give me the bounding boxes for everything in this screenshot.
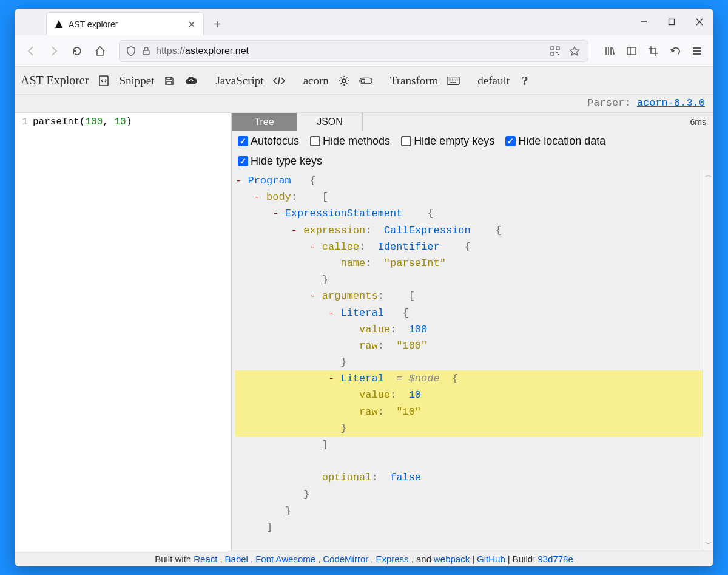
code-icon[interactable]: [272, 74, 286, 87]
parser-info: Parser: acorn-8.3.0: [15, 95, 713, 113]
link-codemirror[interactable]: CodeMirror: [323, 554, 368, 564]
maximize-button[interactable]: [658, 9, 686, 35]
link-webpack[interactable]: webpack: [434, 554, 470, 564]
new-tab-button[interactable]: +: [207, 15, 227, 34]
tab-favicon-icon: [54, 19, 64, 29]
toggle-icon[interactable]: [359, 74, 372, 87]
svg-point-9: [342, 79, 346, 83]
svg-rect-5: [556, 52, 558, 53]
help-icon[interactable]: ?: [518, 74, 531, 87]
menu-icon[interactable]: [687, 41, 707, 61]
main-content: 1 parseInt(100, 10) Tree JSON 6ms Autofo…: [15, 113, 713, 551]
save-icon[interactable]: [163, 74, 176, 87]
sidebar-icon[interactable]: [621, 41, 642, 61]
app-title: AST Explorer: [21, 73, 89, 87]
back-button[interactable]: [21, 41, 41, 61]
tab-close-icon[interactable]: [186, 19, 197, 30]
qr-icon[interactable]: [548, 44, 562, 58]
language-select[interactable]: JavaScript: [215, 74, 263, 87]
crop-icon[interactable]: [643, 41, 664, 61]
parser-select[interactable]: acorn: [303, 74, 329, 87]
parser-link[interactable]: acorn-8.3.0: [637, 97, 705, 109]
app-toolbar: AST Explorer Snippet JavaScript acorn Tr…: [15, 67, 713, 95]
tab-tree[interactable]: Tree: [232, 113, 297, 131]
tree-options: Autofocus Hide methods Hide empty keys H…: [232, 131, 713, 170]
line-number: 1: [15, 117, 33, 128]
url-text: https://astexplorer.net: [156, 46, 249, 56]
code-content: parseInt(100, 10): [33, 117, 132, 128]
checkbox-icon[interactable]: [505, 136, 516, 146]
opt-hide-location[interactable]: Hide location data: [505, 135, 605, 148]
svg-rect-6: [558, 54, 559, 55]
mode-select[interactable]: default: [477, 74, 510, 87]
checkbox-icon[interactable]: [401, 136, 411, 146]
minimize-button[interactable]: [630, 9, 658, 35]
scrollbar[interactable]: ︿ ﹀: [703, 170, 713, 551]
scroll-up-icon[interactable]: ︿: [705, 170, 712, 182]
checkbox-icon[interactable]: [238, 156, 248, 166]
browser-tab[interactable]: AST explorer: [46, 12, 204, 35]
close-window-button[interactable]: [686, 9, 713, 35]
tab-title: AST explorer: [69, 19, 181, 29]
browser-window: AST explorer +: [15, 9, 713, 566]
svg-rect-3: [556, 47, 559, 50]
tab-strip: AST explorer +: [15, 9, 713, 35]
svg-rect-0: [669, 19, 675, 25]
lock-icon[interactable]: [141, 46, 151, 56]
transform-label[interactable]: Transform: [390, 74, 439, 87]
library-icon[interactable]: [599, 41, 620, 61]
ast-output: Tree JSON 6ms Autofocus Hide methods Hid…: [232, 113, 713, 551]
svg-rect-4: [551, 52, 554, 55]
code-file-icon[interactable]: [97, 74, 110, 87]
tab-json[interactable]: JSON: [297, 113, 363, 131]
link-babel[interactable]: Babel: [225, 554, 248, 564]
gear-icon[interactable]: [337, 74, 351, 87]
svg-rect-7: [627, 47, 636, 55]
opt-hide-empty[interactable]: Hide empty keys: [401, 135, 494, 148]
parser-label: Parser:: [587, 97, 637, 109]
link-react[interactable]: React: [194, 554, 217, 564]
reload-button[interactable]: [67, 41, 87, 61]
keyboard-icon[interactable]: [447, 74, 460, 87]
home-button[interactable]: [90, 41, 110, 61]
address-bar[interactable]: https://astexplorer.net: [119, 40, 588, 62]
opt-hide-type[interactable]: Hide type keys: [238, 155, 707, 168]
svg-point-11: [361, 78, 365, 82]
forward-button[interactable]: [44, 41, 64, 61]
window-controls: [630, 9, 713, 35]
scroll-down-icon[interactable]: ﹀: [705, 539, 712, 551]
checkbox-icon[interactable]: [310, 136, 320, 146]
parse-timing: 6ms: [683, 113, 713, 131]
code-editor[interactable]: 1 parseInt(100, 10): [15, 113, 232, 551]
svg-rect-10: [360, 78, 372, 83]
link-fontawesome[interactable]: Font Awesome: [255, 554, 315, 564]
svg-rect-1: [143, 50, 149, 55]
footer: Built with React, Babel, Font Awesome, C…: [15, 551, 713, 566]
undo-icon[interactable]: [665, 41, 686, 61]
view-tabs: Tree JSON 6ms: [232, 113, 713, 131]
bookmark-icon[interactable]: [567, 44, 582, 58]
url-bar: https://astexplorer.net: [15, 35, 713, 67]
opt-autofocus[interactable]: Autofocus: [238, 135, 299, 148]
highlighted-node[interactable]: - Literal = $node { value: 10 raw: "10" …: [235, 370, 713, 437]
shield-icon[interactable]: [126, 46, 136, 56]
cloud-icon[interactable]: [184, 74, 198, 87]
snippet-label[interactable]: Snippet: [119, 74, 154, 87]
link-express[interactable]: Express: [376, 554, 408, 564]
link-build[interactable]: 93d778e: [538, 554, 573, 564]
tree-view[interactable]: - Program { - body: [ - ExpressionStatem…: [232, 170, 713, 551]
opt-hide-methods[interactable]: Hide methods: [310, 135, 390, 148]
svg-rect-2: [551, 47, 554, 50]
checkbox-icon[interactable]: [238, 136, 248, 146]
link-github[interactable]: GitHub: [477, 554, 505, 564]
